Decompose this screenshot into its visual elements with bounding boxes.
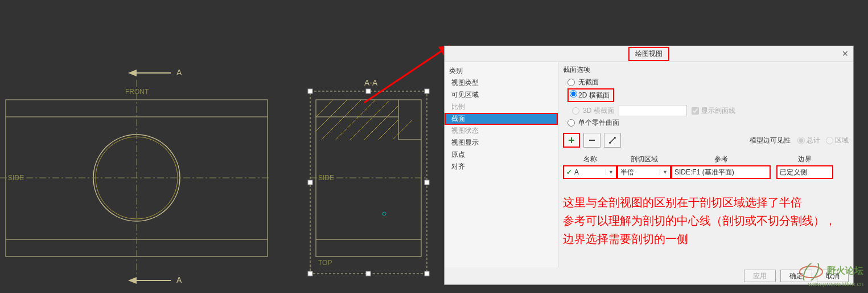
category-scale[interactable]: 比例 (445, 101, 558, 113)
datum-top-label: TOP (318, 259, 332, 267)
svg-rect-11 (310, 91, 427, 274)
edge-visibility-label: 模型边可见性 (750, 136, 791, 145)
th-name: 名称 (563, 153, 617, 165)
section-options-panel: 截面选项 无截面 2D 横截面 3D 横截面 显示剖面线 单个零件曲面 模型边可 (558, 62, 853, 267)
apply-button[interactable]: 应用 (744, 270, 776, 282)
drawing-view-dialog: 绘图视图 ✕ 类别 视图类型 可见区域 比例 截面 视图状态 视图显示 原点 对… (444, 46, 854, 285)
category-view-state[interactable]: 视图状态 (445, 125, 558, 137)
svg-line-32 (316, 100, 333, 117)
datum-side-label: SIDE (8, 174, 24, 182)
category-align[interactable]: 对齐 (445, 161, 558, 173)
edge-vis-area: 区域 (826, 136, 849, 145)
svg-rect-16 (366, 89, 371, 93)
radio-2d-cross[interactable]: 2D 横截面 (567, 88, 849, 103)
section-options-label: 截面选项 (563, 65, 849, 75)
svg-marker-8 (128, 70, 137, 76)
annotation-text: 这里与全剖视图的区别在于剖切区域选择了半倍 参考可以理解为剖切的中心线（剖切或不… (563, 193, 848, 248)
cell-name[interactable]: ✓A▼ (563, 165, 617, 179)
section-table-row[interactable]: ✓A▼ 半倍▼ SIDE:F1 (基准平面) 已定义侧 (563, 165, 849, 179)
cell-area[interactable]: 半倍▼ (617, 165, 671, 179)
section-arrow-top-label: A (176, 68, 182, 77)
section-view-title: A-A (364, 78, 378, 87)
flip-section-button[interactable] (604, 133, 621, 148)
dialog-titlebar[interactable]: 绘图视图 ✕ (445, 46, 853, 62)
category-heading: 类别 (445, 65, 558, 77)
svg-rect-12 (308, 89, 312, 93)
radio-3d-cross: 3D 横截面 (572, 105, 614, 116)
category-view-display[interactable]: 视图显示 (445, 137, 558, 149)
svg-point-33 (382, 212, 386, 215)
svg-rect-17 (366, 271, 371, 276)
category-origin[interactable]: 原点 (445, 149, 558, 161)
svg-rect-19 (425, 180, 429, 185)
cad-canvas[interactable]: A A FRONT SIDE A-A (0, 0, 444, 293)
category-panel: 类别 视图类型 可见区域 比例 截面 视图状态 视图显示 原点 对齐 (445, 62, 558, 267)
th-ref: 参考 (671, 153, 771, 165)
remove-section-button[interactable] (583, 133, 600, 148)
section-dropdown[interactable] (619, 105, 687, 116)
svg-marker-10 (128, 277, 137, 284)
svg-rect-13 (425, 89, 429, 93)
svg-rect-14 (308, 271, 312, 276)
category-visible-area[interactable]: 可见区域 (445, 89, 558, 101)
radio-no-section[interactable]: 无截面 (567, 77, 849, 88)
watermark: 野火论坛 www.proewildfire.cn (797, 263, 863, 287)
datum-front-label: FRONT (125, 88, 149, 96)
svg-rect-15 (425, 271, 429, 276)
edge-vis-total: 总计 (797, 136, 820, 145)
cell-bound[interactable]: 已定义侧 (776, 165, 833, 179)
cell-ref[interactable]: SIDE:F1 (基准平面) (671, 165, 771, 179)
close-icon[interactable]: ✕ (842, 49, 849, 58)
show-section-line-checkbox: 显示剖面线 (692, 106, 735, 116)
th-area: 剖切区域 (617, 153, 671, 165)
dialog-title: 绘图视图 (628, 47, 669, 61)
svg-line-28 (364, 105, 398, 140)
category-view-type[interactable]: 视图类型 (445, 77, 558, 89)
th-bound: 边界 (776, 153, 833, 165)
add-section-button[interactable] (563, 133, 580, 148)
svg-rect-18 (308, 180, 312, 185)
category-section[interactable]: 截面 (445, 113, 558, 125)
radio-single-surface[interactable]: 单个零件曲面 (567, 117, 849, 128)
section-arrow-bot-label: A (176, 275, 182, 284)
svg-line-31 (316, 100, 347, 131)
